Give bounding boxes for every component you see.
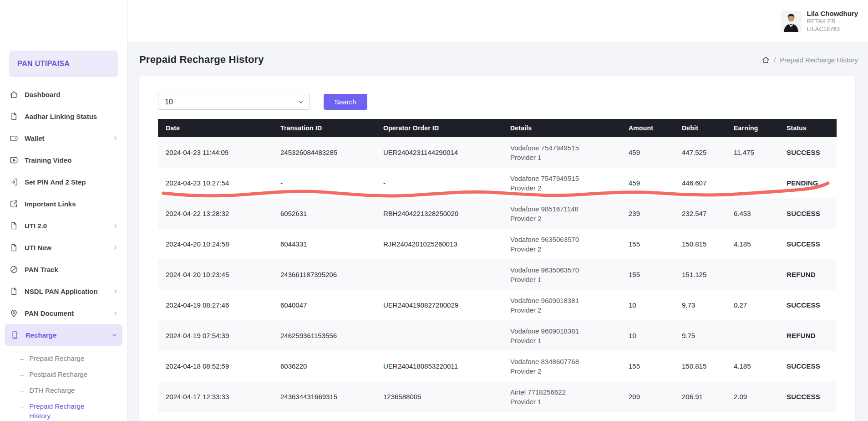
details-operator: Airtel 7718256622 xyxy=(510,387,616,397)
history-card: 10 Search DateTransation IDOperator Orde… xyxy=(139,76,855,421)
search-button[interactable]: Search xyxy=(324,94,367,110)
sidebar-item-pan-document[interactable]: PAN Document xyxy=(0,302,127,324)
sidebar-item-uti-2-0[interactable]: UTI 2.0 xyxy=(0,215,127,236)
chevron-down-icon xyxy=(111,332,118,339)
sidebar-item-pan-track[interactable]: PAN Track xyxy=(0,258,127,280)
cell-debit: 151.125 xyxy=(674,259,726,290)
sidebar-item-set-pin-and-2-step[interactable]: Set PIN And 2 Step xyxy=(0,171,127,193)
cell-status: SUCCESS xyxy=(779,229,837,259)
sidebar-item-wallet[interactable]: Wallet xyxy=(0,127,127,149)
cell-earning: 4.185 xyxy=(726,229,779,259)
sidebar-subitem-prepaid-recharge[interactable]: –Prepaid Recharge xyxy=(0,350,127,366)
mobile-icon xyxy=(10,330,19,339)
page-size-select[interactable]: 10 xyxy=(158,94,310,110)
cell-status: REFUND xyxy=(779,259,837,290)
cell-earning: 6.453 xyxy=(726,198,779,229)
map-pin-icon xyxy=(9,308,18,318)
sidebar-subitem-postpaid-recharge[interactable]: –Postpaid Recharge xyxy=(0,366,127,382)
cell-status: SUCCESS xyxy=(779,137,837,168)
cell-debit: 9.75 xyxy=(674,320,726,351)
cell-amount: 155 xyxy=(621,259,674,290)
sidebar-item-label: Dashboard xyxy=(25,91,119,98)
user-name: Lila Chowdhury xyxy=(807,10,858,18)
subitem-bullet: – xyxy=(20,354,24,363)
track-icon xyxy=(9,265,18,274)
cell-operator-order-id: UER2404180853220011 xyxy=(376,351,503,381)
column-header-transation-id: Transation ID xyxy=(273,119,376,137)
sidebar-item-uti-new[interactable]: UTI New xyxy=(0,236,127,258)
sidebar-item-label: Training Video xyxy=(25,156,119,164)
cell-status: SUCCESS xyxy=(779,381,837,412)
subitem-bullet: – xyxy=(20,401,24,421)
sidebar-subitem-label: Prepaid Recharge xyxy=(29,354,84,363)
cell-date: 2024-04-20 10:23:45 xyxy=(158,259,273,290)
video-icon xyxy=(9,155,18,164)
chevron-right-icon xyxy=(112,135,119,142)
sidebar-item-important-links[interactable]: Important Links xyxy=(0,193,127,215)
subitem-bullet: – xyxy=(20,370,24,379)
recharge-table-body: 2024-04-23 11:44:09245326084483285UER240… xyxy=(158,137,837,412)
details-provider: Provider 1 xyxy=(510,275,616,284)
user-role[interactable]: RETAILER xyxy=(807,18,858,26)
cell-earning xyxy=(726,168,779,198)
cell-earning: 4.185 xyxy=(726,351,779,381)
file-icon xyxy=(9,112,18,121)
sidebar-item-label: Set PIN And 2 Step xyxy=(25,178,119,186)
details-provider: Provider 2 xyxy=(510,366,616,376)
cell-earning: 11.475 xyxy=(726,137,779,168)
cell-status: SUCCESS xyxy=(779,198,837,229)
cell-debit: 232.547 xyxy=(674,198,726,229)
page-header: Prepaid Recharge History / Prepaid Recha… xyxy=(127,43,868,66)
brand-badge[interactable]: PAN UTIPAISA xyxy=(9,51,118,77)
sidebar-item-label: UTI 2.0 xyxy=(25,222,106,230)
chevron-right-icon xyxy=(112,288,119,295)
cell-date: 2024-04-19 08:27:46 xyxy=(158,290,273,320)
details-operator: Vodafone 7547949515 xyxy=(510,143,616,153)
cell-transaction-id: - xyxy=(273,168,376,198)
table-row: 2024-04-18 08:52:596036220UER24041808532… xyxy=(158,351,837,381)
user-role-label: RETAILER xyxy=(807,18,836,26)
subitem-bullet: – xyxy=(20,385,24,395)
sidebar-item-label: NSDL PAN Application xyxy=(25,288,106,295)
cell-operator-order-id: UER2404231144290014 xyxy=(376,137,503,168)
cell-date: 2024-04-18 08:52:59 xyxy=(158,351,273,381)
cell-amount: 459 xyxy=(621,137,674,168)
cell-status: REFUND xyxy=(779,320,837,351)
cell-debit: 150.815 xyxy=(674,351,726,381)
sidebar-item-training-video[interactable]: Training Video xyxy=(0,149,127,171)
details-operator: Vodafone 9609018381 xyxy=(510,326,616,336)
cell-transaction-id: 6044331 xyxy=(273,229,376,259)
cell-transaction-id: 245326084483285 xyxy=(273,137,376,168)
chevron-right-icon xyxy=(112,244,119,251)
sidebar-item-nsdl-pan-application[interactable]: NSDL PAN Application xyxy=(0,280,127,302)
table-row: 2024-04-20 10:24:586044331RJR24042010252… xyxy=(158,229,837,259)
chevron-right-icon xyxy=(112,310,119,317)
cell-date: 2024-04-23 11:44:09 xyxy=(158,137,273,168)
file-icon xyxy=(9,287,18,296)
table-row: 2024-04-20 10:23:45243661187395206Vodafo… xyxy=(158,259,837,290)
sidebar-subitem-prepaid-recharge-history[interactable]: –Prepaid Recharge History xyxy=(0,398,127,421)
cell-transaction-id: 6036220 xyxy=(273,351,376,381)
cell-transaction-id: 246259361153556 xyxy=(273,320,376,351)
sidebar-subitem-label: DTH Recharge xyxy=(29,385,75,395)
user-text: Lila Chowdhury RETAILER LILAC18763 xyxy=(807,10,858,33)
cell-details: Vodafone 7547949515Provider 1 xyxy=(503,137,621,168)
cell-date: 2024-04-19 07:54:39 xyxy=(158,320,273,351)
table-row: 2024-04-23 10:27:54--Vodafone 7547949515… xyxy=(158,168,837,198)
sidebar-subitem-label: Postpaid Recharge xyxy=(29,370,87,379)
home-icon[interactable] xyxy=(762,56,770,64)
cell-earning xyxy=(726,320,779,351)
sidebar-item-aadhar-linking-status[interactable]: Aadhar Linking Status xyxy=(0,105,127,127)
table-row: 2024-04-22 13:28:326052631RBH24042213282… xyxy=(158,198,837,229)
cell-debit: 447.525 xyxy=(674,137,726,168)
table-row: 2024-04-23 11:44:09245326084483285UER240… xyxy=(158,137,837,168)
cell-debit: 9.73 xyxy=(674,290,726,320)
user-menu[interactable]: Lila Chowdhury RETAILER LILAC18763 xyxy=(781,10,858,33)
sidebar-item-dashboard[interactable]: Dashboard xyxy=(0,83,127,105)
chevron-down-icon xyxy=(838,20,842,24)
sidebar-subitem-dth-recharge[interactable]: –DTH Recharge xyxy=(0,382,127,398)
sidebar-item-recharge[interactable]: Recharge xyxy=(5,324,122,346)
details-provider: Provider 2 xyxy=(510,214,616,223)
cell-date: 2024-04-20 10:24:58 xyxy=(158,229,273,259)
breadcrumb-current: Prepaid Recharge History xyxy=(780,56,858,64)
